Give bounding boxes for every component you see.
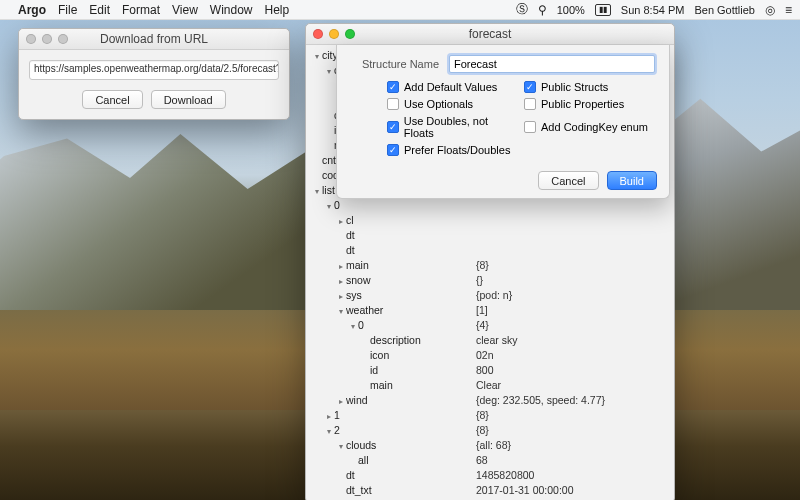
tree-key: list — [322, 184, 335, 196]
menu-user[interactable]: Ben Gottlieb — [694, 4, 755, 16]
tree-value: {8} — [476, 259, 668, 271]
disclosure-open-icon[interactable]: ▾ — [336, 307, 345, 316]
checkbox-icon[interactable] — [524, 98, 536, 110]
tree-row[interactable]: ▸main{8} — [306, 257, 674, 272]
tree-value: {deg: 232.505, speed: 4.77} — [476, 394, 668, 406]
menu-file[interactable]: File — [58, 3, 77, 17]
tree-row[interactable]: dt_txt2017-01-31 00:00:00 — [306, 482, 674, 497]
tree-key: cl — [346, 214, 354, 226]
option-use-doubles[interactable]: ✓Use Doubles, not Floats — [387, 115, 518, 139]
tree-key: icon — [370, 349, 389, 361]
minimize-icon[interactable] — [329, 29, 339, 39]
tree-row[interactable]: ▾0{4} — [306, 317, 674, 332]
menu-view[interactable]: View — [172, 3, 198, 17]
tree-value: clear sky — [476, 334, 668, 346]
structure-name-label: Structure Name — [351, 58, 439, 70]
tree-key: 2 — [334, 424, 340, 436]
tree-row[interactable]: descriptionclear sky — [306, 332, 674, 347]
zoom-icon[interactable] — [58, 34, 68, 44]
option-label: Public Structs — [541, 81, 608, 93]
disclosure-open-icon[interactable]: ▾ — [324, 202, 333, 211]
checkbox-icon[interactable]: ✓ — [387, 144, 399, 156]
disclosure-open-icon[interactable]: ▾ — [324, 427, 333, 436]
close-icon[interactable] — [26, 34, 36, 44]
tree-row[interactable]: dt — [306, 242, 674, 257]
tree-row[interactable]: icon02n — [306, 347, 674, 362]
spotlight-icon[interactable]: ◎ — [765, 3, 775, 17]
structure-name-input[interactable] — [449, 55, 655, 73]
close-icon[interactable] — [313, 29, 323, 39]
tree-value: {8} — [476, 409, 668, 421]
menu-help[interactable]: Help — [265, 3, 290, 17]
zoom-icon[interactable] — [345, 29, 355, 39]
minimize-icon[interactable] — [42, 34, 52, 44]
tree-row[interactable]: ▸snow{} — [306, 272, 674, 287]
option-public-structs[interactable]: ✓Public Structs — [524, 81, 655, 93]
checkbox-icon[interactable] — [524, 121, 536, 133]
download-button[interactable]: Download — [151, 90, 226, 109]
tree-row[interactable]: dt1485820800 — [306, 467, 674, 482]
option-add-defaults[interactable]: ✓Add Default Values — [387, 81, 518, 93]
menu-format[interactable]: Format — [122, 3, 160, 17]
tree-row[interactable]: mainClear — [306, 377, 674, 392]
options-sheet: Structure Name ✓Add Default Values✓Publi… — [336, 45, 670, 199]
tree-value: 1485820800 — [476, 469, 668, 481]
download-url-window: Download from URL https://samples.openwe… — [18, 28, 290, 120]
download-titlebar[interactable]: Download from URL — [19, 29, 289, 50]
wifi-icon[interactable]: ⚲ — [538, 3, 547, 17]
checkbox-icon[interactable]: ✓ — [524, 81, 536, 93]
disclosure-closed-icon[interactable]: ▸ — [336, 397, 345, 406]
tree-row[interactable]: all68 — [306, 452, 674, 467]
tree-row[interactable]: ▸1{8} — [306, 407, 674, 422]
option-label: Add CodingKey enum — [541, 121, 648, 133]
option-label: Use Doubles, not Floats — [404, 115, 518, 139]
forecast-titlebar[interactable]: forecast — [306, 24, 674, 45]
tree-row[interactable]: ▸cl — [306, 212, 674, 227]
tree-key: all — [358, 454, 369, 466]
option-public-props[interactable]: Public Properties — [524, 98, 655, 110]
disclosure-closed-icon[interactable]: ▸ — [336, 217, 345, 226]
tree-key: dt — [346, 469, 355, 481]
menu-window[interactable]: Window — [210, 3, 253, 17]
skype-icon[interactable]: Ⓢ — [516, 1, 528, 18]
tree-row[interactable]: ▾0 — [306, 197, 674, 212]
disclosure-closed-icon[interactable]: ▸ — [336, 262, 345, 271]
disclosure-open-icon[interactable]: ▾ — [336, 442, 345, 451]
tree-key: wind — [346, 394, 368, 406]
sheet-cancel-button[interactable]: Cancel — [538, 171, 598, 190]
disclosure-closed-icon[interactable]: ▸ — [336, 292, 345, 301]
option-label: Prefer Floats/Doubles — [404, 144, 510, 156]
disclosure-open-icon[interactable]: ▾ — [348, 322, 357, 331]
tree-key: 0 — [358, 319, 364, 331]
option-coding-key[interactable]: Add CodingKey enum — [524, 115, 655, 139]
tree-row[interactable]: ▾weather[1] — [306, 302, 674, 317]
tree-row[interactable]: ▸sys{pod: n} — [306, 287, 674, 302]
tree-value: {} — [476, 274, 668, 286]
tree-value: 68 — [476, 454, 668, 466]
cancel-button[interactable]: Cancel — [82, 90, 142, 109]
disclosure-open-icon[interactable]: ▾ — [312, 52, 321, 61]
checkbox-icon[interactable]: ✓ — [387, 121, 399, 133]
tree-value: {all: 68} — [476, 439, 668, 451]
url-input[interactable]: https://samples.openweathermap.org/data/… — [29, 60, 279, 80]
tree-row[interactable]: ▾clouds{all: 68} — [306, 437, 674, 452]
disclosure-open-icon[interactable]: ▾ — [312, 187, 321, 196]
option-prefer-floats[interactable]: ✓Prefer Floats/Doubles — [387, 144, 518, 156]
tree-row[interactable]: ▾2{8} — [306, 422, 674, 437]
sheet-build-button[interactable]: Build — [607, 171, 657, 190]
tree-row[interactable]: dt — [306, 227, 674, 242]
disclosure-open-icon[interactable]: ▾ — [324, 67, 333, 76]
disclosure-closed-icon[interactable]: ▸ — [336, 277, 345, 286]
checkbox-icon[interactable]: ✓ — [387, 81, 399, 93]
notification-center-icon[interactable]: ≡ — [785, 3, 792, 17]
battery-icon[interactable]: ▮▮ — [595, 4, 611, 16]
tree-value: {pod: n} — [476, 289, 668, 301]
app-name[interactable]: Argo — [18, 3, 46, 17]
checkbox-icon[interactable] — [387, 98, 399, 110]
menu-clock[interactable]: Sun 8:54 PM — [621, 4, 685, 16]
disclosure-closed-icon[interactable]: ▸ — [324, 412, 333, 421]
tree-row[interactable]: id800 — [306, 362, 674, 377]
option-use-optionals[interactable]: Use Optionals — [387, 98, 518, 110]
menu-edit[interactable]: Edit — [89, 3, 110, 17]
tree-row[interactable]: ▸wind{deg: 232.505, speed: 4.77} — [306, 392, 674, 407]
